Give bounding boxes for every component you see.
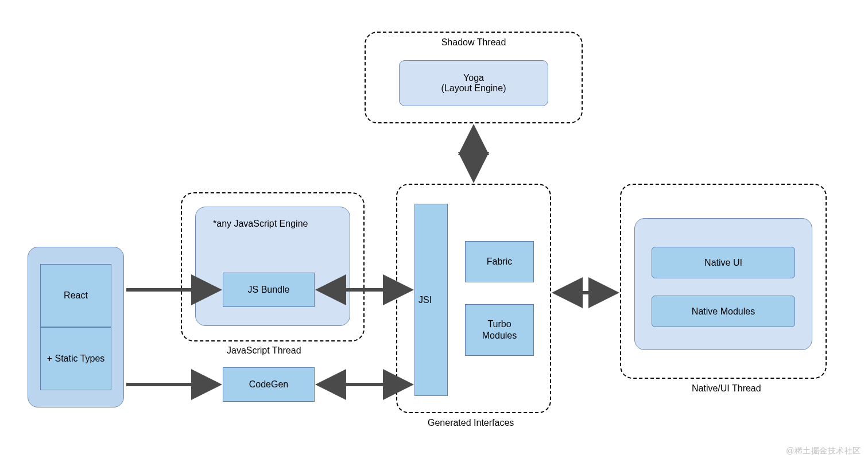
js-bundle-box: JS Bundle xyxy=(223,273,315,307)
fabric-box: Fabric xyxy=(465,241,534,282)
yoga-line1: Yoga xyxy=(463,73,484,83)
yoga-panel: Yoga (Layout Engine) xyxy=(399,60,548,106)
fabric-text: Fabric xyxy=(487,256,512,267)
js-bundle-text: JS Bundle xyxy=(248,284,290,296)
static-types-box: + Static Types xyxy=(40,327,111,390)
turbo-modules-text: Turbo Modules xyxy=(482,319,517,341)
shadow-thread-label: Shadow Thread xyxy=(441,37,506,48)
static-types-text: + Static Types xyxy=(47,353,105,364)
native-ui-text: Native UI xyxy=(704,257,742,269)
js-engine-panel: *any JavaScript Engine xyxy=(195,207,350,326)
generated-interfaces-label: Generated Interfaces xyxy=(428,418,514,428)
native-thread-label: Native/UI Thread xyxy=(692,383,761,394)
js-engine-label: *any JavaScript Engine xyxy=(213,219,308,229)
react-text: React xyxy=(64,290,88,301)
codegen-text: CodeGen xyxy=(249,379,289,390)
codegen-box: CodeGen xyxy=(223,367,315,402)
watermark-text: @稀土掘金技术社区 xyxy=(786,446,861,456)
yoga-line2: (Layout Engine) xyxy=(441,83,506,94)
jsi-text: JSI xyxy=(418,294,432,306)
javascript-thread-label: JavaScript Thread xyxy=(227,345,301,356)
native-panel xyxy=(634,218,812,350)
react-box: React xyxy=(40,264,111,327)
native-modules-text: Native Modules xyxy=(692,306,755,317)
native-ui-box: Native UI xyxy=(652,247,795,278)
native-modules-box: Native Modules xyxy=(652,296,795,327)
turbo-modules-box: Turbo Modules xyxy=(465,304,534,356)
jsi-box: JSI xyxy=(414,204,448,396)
